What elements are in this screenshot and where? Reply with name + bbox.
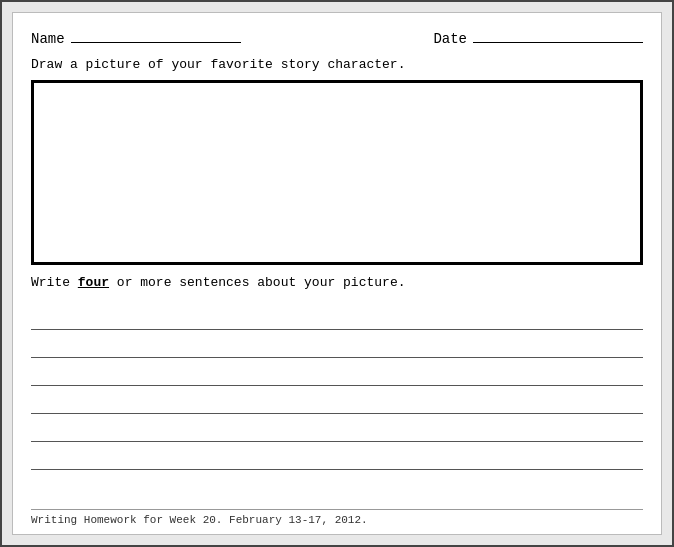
writing-line-2[interactable] — [31, 330, 643, 358]
write-prefix: Write — [31, 275, 78, 290]
page-border: Name Date Draw a picture of your favorit… — [0, 0, 674, 547]
write-word: four — [78, 275, 109, 290]
writing-line-5[interactable] — [31, 414, 643, 442]
write-suffix: or more sentences about your picture. — [109, 275, 405, 290]
date-label: Date — [433, 31, 467, 47]
date-line — [473, 27, 643, 43]
writing-line-6[interactable] — [31, 442, 643, 470]
header-row: Name Date — [31, 27, 643, 47]
instruction-write: Write four or more sentences about your … — [31, 275, 643, 290]
worksheet: Name Date Draw a picture of your favorit… — [12, 12, 662, 535]
footer: Writing Homework for Week 20. February 1… — [31, 509, 643, 526]
instruction-draw: Draw a picture of your favorite story ch… — [31, 57, 643, 72]
writing-line-1[interactable] — [31, 302, 643, 330]
drawing-box[interactable] — [31, 80, 643, 265]
date-section: Date — [433, 27, 643, 47]
writing-line-4[interactable] — [31, 386, 643, 414]
name-label: Name — [31, 31, 65, 47]
name-line — [71, 27, 241, 43]
writing-line-3[interactable] — [31, 358, 643, 386]
footer-text: Writing Homework for Week 20. February 1… — [31, 514, 368, 526]
name-section: Name — [31, 27, 241, 47]
writing-lines — [31, 302, 643, 470]
